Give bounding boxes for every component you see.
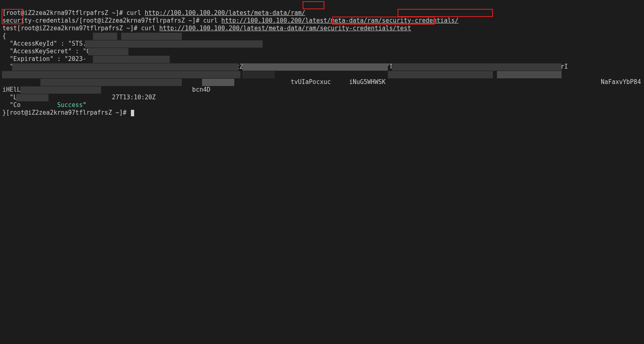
json-expiration: "Expiration" : "2023- xyxy=(2,55,86,63)
cmd-3: curl xyxy=(141,25,159,32)
json-line7: iHElL8I+bq0 xyxy=(2,86,42,93)
json-open: { xyxy=(2,32,6,40)
json-accesskeyid: "AccessKeyId" : "STS.N 8F s4", xyxy=(2,40,181,47)
prompt-2: [root@iZ2zea2krna97tflrpafrsZ ~]# xyxy=(79,17,203,24)
url-1[interactable]: http://100.100.100.200/latest/meta-data/… xyxy=(145,9,305,17)
json-line6-end: NaFaxvYbP84 xyxy=(601,78,641,86)
json-lastupdated-b: 27T13:10:20Z xyxy=(112,94,156,101)
json-code-success: Success xyxy=(57,101,82,109)
out-2: test xyxy=(2,25,17,32)
prompt-3: [root@iZ2zea2krna97tflrpafrsZ ~]# xyxy=(17,25,141,32)
json-securitytoken-a: "SecurityToken" : "CAIS J1q xyxy=(2,63,112,70)
json-code-a: "Co xyxy=(2,101,21,109)
url-3[interactable]: http://100.100.100.200/latest/meta-data/… xyxy=(159,25,411,32)
url-2[interactable]: http://100.100.100.200/latest/meta-data/… xyxy=(221,17,459,24)
json-code-c: " xyxy=(83,101,86,109)
cursor xyxy=(131,110,134,116)
json-securitytoken-b: lkhamYc1HVnnAqXPtZtpTY1jz2IHhMfXVaAewWsv… xyxy=(178,63,568,70)
json-line6-mid: tvUIaPocxuc iNuG5WHWSK xyxy=(290,78,385,86)
json-lastupdated-a: "La xyxy=(2,94,21,101)
json-close: } xyxy=(2,109,6,116)
cmd-1: curl xyxy=(126,9,145,17)
prompt-1: [root@iZ2zea2krna97tflrpafrsZ ~]# xyxy=(2,9,126,17)
out-1: security-credentials/ xyxy=(2,17,79,24)
json-accesskeysecret: "AccessKeySecret" : "C xyxy=(2,48,90,55)
terminal[interactable]: [root@iZ2zea2krna97tflrpafrsZ ~]# curl h… xyxy=(0,0,644,118)
prompt-4: [root@iZ2zea2krna97tflrpafrsZ ~]# xyxy=(6,109,130,116)
cmd-2: curl xyxy=(203,17,221,24)
json-line5-start: unG xyxy=(2,71,13,78)
json-line7b: bcn4D xyxy=(192,86,210,93)
